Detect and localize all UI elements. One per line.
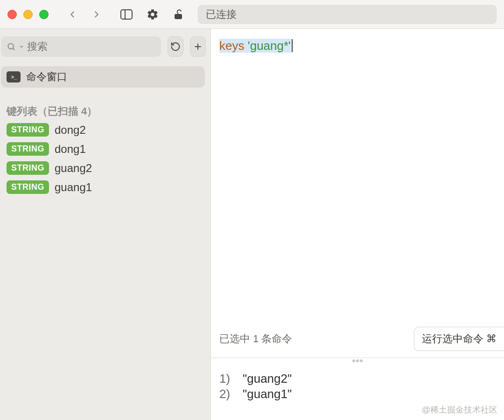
run-selected-button[interactable]: 运行选中命令 ⌘: [414, 327, 504, 351]
titlebar: 已连接: [0, 0, 504, 29]
gear-icon[interactable]: [147, 8, 159, 21]
cmd-argument: 'guang*': [248, 39, 291, 53]
zoom-window-button[interactable]: [39, 10, 49, 19]
search-box[interactable]: [1, 36, 161, 57]
connection-status: 已连接: [206, 7, 237, 21]
search-icon: [7, 42, 16, 51]
editor-status-bar: 已选中 1 条命令 运行选中命令 ⌘: [211, 320, 504, 358]
refresh-button[interactable]: [168, 36, 183, 57]
editor-area: keys 'guang*' 已选中 1 条命令 运行选中命令 ⌘ 1)"guan…: [211, 29, 504, 420]
type-badge: STRING: [7, 142, 49, 156]
output-index: 2): [219, 386, 243, 402]
close-window-button[interactable]: [7, 10, 17, 19]
unlock-icon[interactable]: [173, 9, 184, 20]
type-badge: STRING: [7, 180, 49, 194]
key-row[interactable]: STRING dong1: [7, 142, 204, 156]
svg-rect-2: [175, 14, 182, 19]
main-area: >_ 命令窗口 键列表（已扫描 4） STRING dong2 STRING d…: [0, 29, 504, 420]
sidebar-toggle-icon[interactable]: [120, 9, 133, 20]
key-row[interactable]: STRING guang2: [7, 161, 204, 175]
command-window-item[interactable]: >_ 命令窗口: [1, 66, 205, 88]
output-value: "guang2": [243, 372, 292, 386]
svg-point-3: [8, 43, 14, 49]
command-window-label: 命令窗口: [26, 70, 67, 84]
address-bar[interactable]: 已连接: [198, 5, 497, 24]
command-key-icon: ⌘: [486, 333, 497, 345]
window-controls: [7, 10, 49, 19]
sidebar-controls: [0, 29, 210, 62]
key-name: dong2: [55, 124, 86, 137]
cmd-keyword: keys: [219, 39, 244, 53]
selection-status: 已选中 1 条命令: [219, 332, 292, 346]
command-editor[interactable]: keys 'guang*': [211, 29, 504, 320]
type-badge: STRING: [7, 123, 49, 137]
key-name: dong1: [55, 143, 86, 156]
watermark: @稀土掘金技术社区: [422, 404, 497, 415]
forward-button[interactable]: [91, 9, 102, 20]
key-name: guang1: [55, 181, 92, 194]
output-line: 2)"guang1": [219, 386, 496, 402]
output-value: "guang1": [243, 387, 292, 401]
toolbar-icons: [120, 8, 184, 21]
chevron-down-icon[interactable]: [19, 44, 24, 49]
minimize-window-button[interactable]: [23, 10, 33, 19]
split-handle[interactable]: [211, 358, 504, 364]
add-button[interactable]: [190, 36, 206, 57]
type-badge: STRING: [7, 161, 49, 175]
svg-line-4: [13, 48, 15, 50]
keys-list: STRING dong2 STRING dong1 STRING guang2 …: [0, 123, 210, 194]
key-row[interactable]: STRING guang1: [7, 180, 204, 194]
output-index: 1): [219, 371, 243, 386]
nav-buttons: [67, 9, 102, 20]
key-name: guang2: [55, 162, 92, 175]
back-button[interactable]: [67, 9, 77, 20]
svg-rect-0: [121, 10, 132, 19]
key-row[interactable]: STRING dong2: [7, 123, 204, 137]
run-button-label: 运行选中命令: [422, 332, 483, 346]
sidebar: >_ 命令窗口 键列表（已扫描 4） STRING dong2 STRING d…: [0, 29, 211, 420]
output-line: 1)"guang2": [219, 371, 496, 386]
keys-list-header: 键列表（已扫描 4）: [0, 88, 210, 123]
terminal-icon: >_: [7, 71, 21, 83]
search-input[interactable]: [27, 41, 155, 53]
text-cursor: [292, 39, 293, 52]
